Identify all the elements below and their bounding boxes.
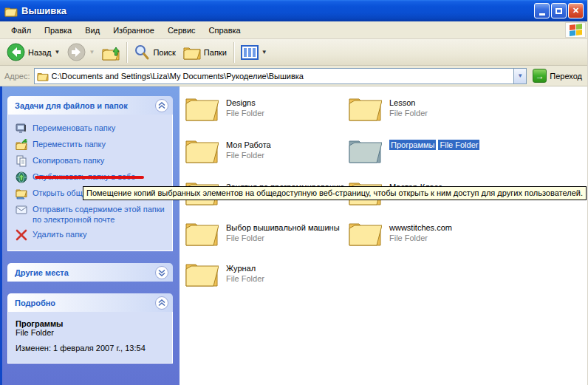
folder-icon	[185, 136, 219, 163]
task-label: Переименовать папку	[33, 123, 115, 133]
search-button[interactable]: Поиск	[130, 43, 179, 62]
file-tile-programmy-selected[interactable]: Программы File Folder	[348, 136, 479, 163]
file-tile-moya-rabota[interactable]: Моя Работа File Folder	[185, 136, 271, 163]
collapse-chevron-icon[interactable]	[155, 99, 168, 112]
back-button[interactable]: Назад ▼	[3, 41, 64, 63]
file-type: File Folder	[438, 140, 479, 150]
panel-details: Подробно Программы File Folder Изменен: …	[7, 293, 173, 364]
views-icon	[241, 45, 259, 60]
search-label: Поиск	[153, 48, 175, 57]
task-pane: Задачи для файлов и папок Переименоват	[0, 86, 180, 385]
folder-icon	[4, 5, 18, 17]
address-dropdown-icon[interactable]: ▼	[513, 69, 526, 84]
file-type: File Folder	[389, 108, 428, 118]
back-icon	[7, 43, 25, 61]
explorer-window: Вышивка ✕ Файл Правка Вид Избранное Серв…	[0, 0, 588, 385]
delete-icon	[16, 229, 27, 241]
rename-icon	[16, 123, 27, 134]
file-type: File Folder	[226, 233, 340, 243]
email-icon	[16, 204, 27, 216]
other-places-header[interactable]: Другие места	[7, 263, 173, 282]
toolbar-separator	[126, 42, 127, 63]
task-email-folder[interactable]: Отправить содержимое этой папки по элект…	[16, 202, 168, 227]
folder-icon	[348, 219, 382, 246]
windows-logo	[565, 22, 586, 38]
file-tile-designs[interactable]: Designs File Folder	[185, 94, 264, 121]
folder-icon	[348, 94, 382, 121]
folder-icon	[185, 219, 219, 246]
file-name: wwwstitches.com	[389, 222, 452, 233]
folders-label: Папки	[204, 48, 227, 57]
details-header[interactable]: Подробно	[7, 293, 173, 312]
file-tile-lesson[interactable]: Lesson File Folder	[348, 94, 428, 121]
move-folder-icon	[16, 139, 27, 151]
address-bar: Адрес: C:\Documents and Settings\Liza\My…	[0, 66, 587, 86]
panel-file-tasks: Задачи для файлов и папок Переименоват	[7, 96, 173, 251]
menu-help[interactable]: Справка	[202, 24, 247, 37]
address-label: Адрес:	[4, 72, 30, 81]
task-delete-folder[interactable]: Удалить папку	[16, 227, 168, 243]
file-tile-zhurnal[interactable]: Журнал File Folder	[185, 259, 264, 287]
file-type: File Folder	[226, 273, 264, 284]
folders-button[interactable]: Папки	[180, 44, 230, 61]
menu-tools[interactable]: Сервис	[161, 24, 202, 37]
file-type: File Folder	[389, 233, 452, 243]
go-arrow-icon: →	[533, 69, 547, 83]
folder-icon	[185, 94, 219, 121]
details-title: Подробно	[15, 299, 55, 307]
title-bar[interactable]: Вышивка ✕	[0, 0, 587, 21]
collapse-chevron-icon[interactable]	[155, 296, 168, 310]
file-tasks-body: Переименовать папку Переместить папку	[7, 115, 173, 251]
menu-file[interactable]: Файл	[4, 24, 38, 37]
folders-icon	[183, 45, 201, 60]
file-list[interactable]: Designs File Folder Lesson File Folder М…	[180, 86, 587, 385]
panel-other-places: Другие места	[7, 263, 173, 282]
folder-icon	[185, 259, 219, 287]
details-item-modified: Изменен: 1 февраля 2007 г., 13:54	[16, 344, 166, 352]
forward-button[interactable]: ▼	[64, 41, 98, 63]
toolbar-separator	[233, 42, 234, 63]
menu-bar: Файл Правка Вид Избранное Сервис Справка	[0, 21, 587, 39]
address-input[interactable]: C:\Documents and Settings\Liza\My Docume…	[34, 68, 527, 84]
back-label: Назад	[28, 48, 52, 57]
file-tile-vybor-mashiny[interactable]: Выбор вышивальной машины File Folder	[185, 219, 340, 246]
file-name: Моя Работа	[226, 140, 271, 150]
go-button[interactable]: → Переход	[530, 68, 584, 84]
expand-chevron-icon[interactable]	[155, 266, 168, 279]
details-item-name: Программы	[16, 319, 166, 328]
publish-web-icon	[16, 171, 27, 183]
menu-favorites[interactable]: Избранное	[106, 24, 161, 37]
file-name: Lesson	[389, 98, 428, 108]
folder-icon	[37, 71, 49, 81]
task-rename-folder[interactable]: Переименовать папку	[16, 120, 168, 137]
annotation-red-underline	[35, 176, 144, 179]
details-item-type: File Folder	[16, 328, 166, 337]
views-button[interactable]: ▼	[237, 44, 271, 61]
file-tasks-header[interactable]: Задачи для файлов и папок	[7, 96, 173, 115]
menu-view[interactable]: Вид	[78, 24, 106, 37]
file-name: Программы	[389, 140, 436, 150]
go-label: Переход	[550, 72, 582, 81]
task-copy-folder[interactable]: Скопировать папку	[16, 153, 168, 169]
search-icon	[134, 44, 150, 61]
task-label: Отправить содержимое этой папки по элект…	[33, 204, 168, 225]
window-title: Вышивка	[21, 5, 533, 16]
details-body: Программы File Folder Изменен: 1 февраля…	[7, 312, 173, 364]
forward-icon	[67, 43, 86, 61]
copy-icon	[16, 155, 27, 167]
close-button[interactable]: ✕	[568, 3, 584, 18]
task-label: Скопировать папку	[33, 155, 104, 166]
menu-edit[interactable]: Правка	[38, 24, 78, 37]
task-move-folder[interactable]: Переместить папку	[16, 137, 168, 153]
task-label: Переместить папку	[33, 139, 106, 149]
file-tile-wwwstitches[interactable]: wwwstitches.com File Folder	[348, 219, 452, 246]
maximize-button[interactable]	[551, 3, 567, 18]
other-places-title: Другие места	[15, 268, 69, 277]
views-dropdown-icon[interactable]: ▼	[261, 49, 267, 55]
address-path: C:\Documents and Settings\Liza\My Docume…	[52, 72, 514, 81]
back-dropdown-icon[interactable]: ▼	[55, 49, 61, 55]
tooltip: Помещение копий выбранных элементов на о…	[83, 186, 587, 200]
up-button[interactable]	[98, 43, 123, 62]
file-name: Designs	[226, 98, 264, 108]
minimize-button[interactable]	[534, 3, 550, 18]
